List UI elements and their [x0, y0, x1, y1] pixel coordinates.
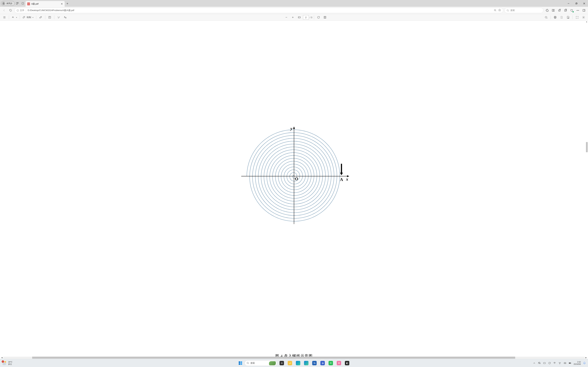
- page-number-input[interactable]: [303, 15, 309, 19]
- wifi-icon[interactable]: [558, 362, 561, 365]
- text-tool-icon[interactable]: [47, 15, 52, 20]
- pen-icon: [23, 16, 26, 19]
- svg-point-22: [577, 10, 577, 10]
- svg-point-0: [3, 2, 4, 3]
- svg-rect-25: [583, 9, 585, 11]
- svg-point-51: [247, 362, 249, 364]
- save-icon[interactable]: [559, 15, 564, 20]
- erase-tool-icon[interactable]: [38, 15, 43, 20]
- horizontal-scroll-thumb[interactable]: [32, 357, 515, 359]
- tray-overflow-chevron-icon[interactable]: [533, 362, 536, 365]
- toolbar-separator: [551, 16, 551, 19]
- scroll-left-arrow-icon[interactable]: ◀: [1, 357, 3, 359]
- collections-icon[interactable]: [563, 8, 568, 13]
- back-button[interactable]: [1, 8, 7, 13]
- point-a-arrow: [340, 164, 343, 175]
- taskbar-app-pink[interactable]: ❖: [336, 360, 342, 367]
- horizontal-scrollbar[interactable]: ◀ ▶: [1, 356, 587, 359]
- spiral-curve: [247, 130, 340, 221]
- find-icon[interactable]: [544, 15, 549, 20]
- new-tab-button[interactable]: ＋: [65, 1, 70, 6]
- taskbar-app-edge-alt[interactable]: [303, 360, 310, 367]
- copilot-sidebar-icon[interactable]: [581, 8, 587, 13]
- svg-rect-35: [324, 16, 325, 18]
- refresh-button[interactable]: [8, 8, 13, 13]
- point-a-label: A: [340, 177, 343, 182]
- pdf-viewport[interactable]: y x O A 图 4 盘入螺线示意图 ▲ ◀ ▶: [0, 21, 588, 359]
- zoom-indicator-icon[interactable]: [494, 9, 496, 12]
- taskbar-app-wechat[interactable]: ✉: [327, 360, 334, 367]
- svg-rect-36: [325, 16, 326, 18]
- taskbar-app-edge[interactable]: [295, 360, 302, 367]
- scroll-right-arrow-icon[interactable]: ▶: [585, 357, 587, 359]
- battery-icon[interactable]: [568, 362, 571, 365]
- search-icon: [507, 9, 509, 12]
- profile-sync-label: 未同步: [6, 2, 12, 5]
- more-menu-icon[interactable]: [575, 8, 580, 13]
- svg-marker-48: [293, 127, 295, 129]
- page-view-icon[interactable]: [322, 15, 328, 20]
- read-aloud-icon[interactable]: [56, 15, 61, 20]
- zoom-out-button[interactable]: [284, 15, 289, 20]
- vertical-scrollbar[interactable]: ▲: [585, 21, 588, 359]
- workspaces-icon[interactable]: [15, 1, 20, 6]
- tab-close-button[interactable]: ✕: [61, 2, 63, 5]
- clock-time: 2:02: [573, 361, 581, 363]
- table-of-contents-icon[interactable]: [2, 15, 7, 20]
- favorites-icon[interactable]: [557, 8, 562, 13]
- security-icon[interactable]: [543, 362, 546, 365]
- notifications-icon[interactable]: [583, 362, 586, 365]
- svg-point-37: [545, 16, 547, 18]
- taskbar-app-taskview[interactable]: ⧉: [278, 360, 285, 367]
- taskbar-app-explorer[interactable]: 📁: [286, 360, 293, 367]
- taskbar-app-store[interactable]: 🛍: [311, 360, 318, 367]
- svg-rect-15: [552, 9, 553, 11]
- extensions-icon[interactable]: [545, 8, 550, 13]
- tab-title-label: A题.pdf: [31, 2, 59, 5]
- onedrive-icon[interactable]: [538, 362, 541, 365]
- window-minimize-button[interactable]: [564, 0, 572, 7]
- draw-tool[interactable]: 绘制 ▾: [22, 15, 34, 20]
- rotate-icon[interactable]: [316, 15, 321, 20]
- print-icon[interactable]: [553, 15, 558, 20]
- tray-clock[interactable]: 2:02 2024/9/6: [573, 361, 581, 365]
- tab-active[interactable]: PDF A题.pdf ✕: [26, 1, 65, 7]
- vertical-scroll-thumb[interactable]: [586, 142, 588, 152]
- highlight-tool-icon[interactable]: ▾: [11, 15, 18, 20]
- address-bar[interactable]: 文件 | D:/Desktop/CUMCM2024Problems/A题/A题.…: [14, 8, 503, 13]
- zoom-in-button[interactable]: [290, 15, 295, 20]
- translate-icon[interactable]: [62, 15, 68, 20]
- fullscreen-icon[interactable]: [574, 15, 580, 20]
- tab-actions-icon[interactable]: [20, 1, 26, 6]
- sidebar-search-box[interactable]: 搜索: [504, 8, 544, 13]
- svg-rect-54: [544, 362, 545, 364]
- save-as-icon[interactable]: [565, 15, 571, 20]
- search-icon: [247, 362, 249, 364]
- settings-gear-icon[interactable]: [581, 15, 586, 20]
- browser-essentials-icon[interactable]: [569, 8, 574, 13]
- site-info-icon[interactable]: 文件: [17, 9, 24, 12]
- ime-lang-button[interactable]: 中: [553, 362, 556, 365]
- start-button[interactable]: [238, 360, 243, 366]
- fit-page-icon[interactable]: [297, 15, 302, 20]
- chevron-down-icon: ▾: [33, 17, 33, 18]
- volume-icon[interactable]: [563, 362, 566, 365]
- window-restore-button[interactable]: [572, 0, 580, 7]
- address-path: D:/Desktop/CUMCM2024Problems/A题/A题.pdf: [27, 9, 492, 12]
- svg-rect-1: [22, 2, 24, 4]
- clock-date: 2024/9/6: [573, 363, 581, 365]
- y-axis-label: y: [290, 126, 292, 131]
- refresh-tray-icon[interactable]: [548, 362, 551, 365]
- x-axis-label: x: [346, 177, 348, 182]
- svg-rect-16: [553, 9, 554, 11]
- taskbar-app-copilot[interactable]: ◑: [319, 360, 326, 367]
- taskbar-app-dark[interactable]: ◧: [344, 360, 350, 367]
- split-screen-icon[interactable]: [551, 8, 556, 13]
- taskbar-search[interactable]: 搜索: [245, 360, 277, 366]
- profile-sync-pill[interactable]: 未同步: [1, 1, 15, 6]
- figure-spiral: y x O A: [236, 124, 352, 229]
- window-close-button[interactable]: [580, 0, 588, 7]
- favorite-star-icon[interactable]: [498, 9, 501, 12]
- origin-label: O: [295, 177, 298, 181]
- weather-widget[interactable]: 1 24°C 多云: [2, 361, 12, 366]
